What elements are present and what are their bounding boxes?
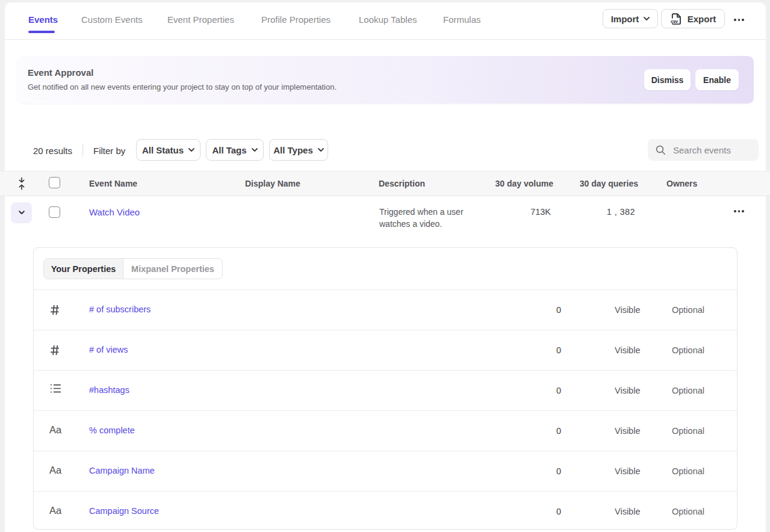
svg-text:csv: csv (671, 18, 678, 23)
